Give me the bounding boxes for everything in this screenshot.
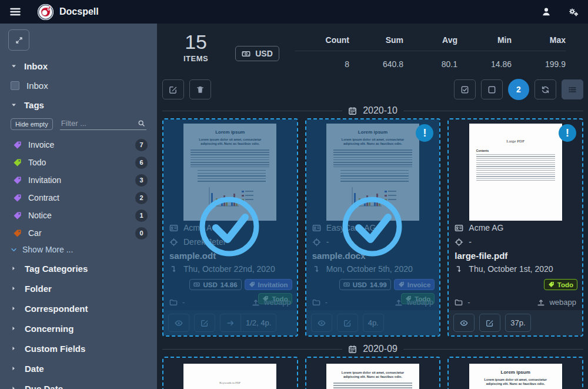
target-icon xyxy=(169,238,178,247)
search-sidebar: Inbox Inbox Tags Hide empty Invoice xyxy=(0,24,157,389)
caret-right-icon xyxy=(11,365,16,371)
folder-value: - xyxy=(325,298,328,307)
sidebar-section-tag-categories[interactable]: Tag Categories xyxy=(0,258,157,278)
tag-icon xyxy=(13,211,22,220)
docspell-app: Docspell Inbox Inbox Tags Hide empty xyxy=(0,0,588,389)
tag-icon xyxy=(13,141,22,149)
select-all-button[interactable] xyxy=(454,79,476,99)
preview-subtitle: Lorem ipsum dolor sit amet, consectetur … xyxy=(476,378,555,387)
tag-item-car[interactable]: Car 0 xyxy=(0,224,157,242)
tag-item-invoice[interactable]: Invoice 7 xyxy=(0,136,157,154)
section-label: Due Date xyxy=(25,384,63,389)
caret-right-icon xyxy=(11,345,16,351)
currency-label: USD xyxy=(255,49,273,58)
section-label: Folder xyxy=(25,284,52,294)
preview-button[interactable] xyxy=(168,314,189,332)
hide-empty-button[interactable]: Hide empty xyxy=(11,118,53,130)
show-more-tags[interactable]: Show More ... xyxy=(0,242,157,258)
arrow-down-icon xyxy=(169,265,178,274)
edit-item-button[interactable] xyxy=(479,314,500,332)
search-icon xyxy=(138,119,145,127)
preview-button[interactable] xyxy=(311,314,332,332)
tag-item-todo[interactable]: Todo 6 xyxy=(0,154,157,171)
tag-badge-todo[interactable]: Todo xyxy=(544,279,577,290)
preview-title: Lorem ipsum xyxy=(333,129,412,135)
menu-icon[interactable] xyxy=(9,6,21,18)
stats-col-max: Max xyxy=(512,35,566,45)
tag-count-badge: 0 xyxy=(135,227,148,240)
item-meta-row: - webapp xyxy=(163,295,297,310)
month-label: 2020-10 xyxy=(363,105,397,116)
tag-badge-invitation[interactable]: Invitation xyxy=(245,279,292,290)
selected-count-badge[interactable]: 2 xyxy=(508,79,529,100)
arrow-right-icon xyxy=(226,319,235,327)
inbox-checkbox-item[interactable]: Inbox xyxy=(0,76,157,95)
item-card-sample-docx[interactable]: Lorem ipsum Lorem ipsum dolor sit amet, … xyxy=(305,118,441,337)
caret-right-icon xyxy=(11,385,16,389)
caret-right-icon xyxy=(11,265,16,271)
list-view-button[interactable] xyxy=(562,79,583,99)
chevron-down-icon xyxy=(11,247,17,253)
item-card-partial-2[interactable]: Lorem ipsum dolor sit amet, consectetur … xyxy=(305,357,441,389)
card-footer: 1/2, 4p. xyxy=(163,310,297,335)
trash-icon xyxy=(196,85,205,94)
sync-icon xyxy=(541,85,550,94)
show-more-label: Show More ... xyxy=(22,245,73,254)
goto-detail-button[interactable] xyxy=(220,314,241,332)
sidebar-section-inbox[interactable]: Inbox xyxy=(0,56,157,76)
deselect-all-button[interactable] xyxy=(481,79,503,99)
correspondent-name: Acme AG xyxy=(469,223,503,232)
target-icon xyxy=(455,238,463,247)
tag-filter-input[interactable] xyxy=(60,117,146,130)
folder-icon xyxy=(312,298,320,307)
due-warning-icon: ! xyxy=(559,124,576,142)
currency-usd-badge[interactable]: USD xyxy=(235,46,279,61)
month-label: 2020-09 xyxy=(363,344,397,354)
sidebar-section-folder[interactable]: Folder xyxy=(0,278,157,298)
settings-gears-icon[interactable] xyxy=(568,6,579,17)
sidebar-section-correspondent[interactable]: Correspondent xyxy=(0,298,157,318)
items-count-block: 15 ITEMS xyxy=(183,32,208,63)
delete-selected-button[interactable] xyxy=(189,79,211,99)
caret-right-icon xyxy=(11,285,16,291)
stats-col-min: Min xyxy=(457,35,512,45)
sidebar-section-due-date[interactable]: Due Date xyxy=(0,378,157,389)
tag-count-badge: 6 xyxy=(135,157,148,169)
card-footer: 37p. xyxy=(449,310,582,335)
inbox-checkbox[interactable] xyxy=(11,81,19,90)
tag-item-invitation[interactable]: Invitation 3 xyxy=(0,171,157,189)
invert-selection-button[interactable] xyxy=(534,79,556,99)
selected-check-icon xyxy=(196,194,262,260)
item-list-main: 15 ITEMS USD Count Sum Avg Min Max xyxy=(157,24,588,389)
tag-icon xyxy=(13,229,22,238)
expand-sidebar-button[interactable] xyxy=(8,29,29,51)
sidebar-section-tags[interactable]: Tags xyxy=(0,95,157,115)
preview-button[interactable] xyxy=(453,314,475,332)
card-footer: 4p. xyxy=(306,310,440,335)
edit-item-button[interactable] xyxy=(337,314,358,332)
tag-item-notice[interactable]: Notice 1 xyxy=(0,207,157,224)
sidebar-section-concerning[interactable]: Concerning xyxy=(0,318,157,338)
edit-item-button[interactable] xyxy=(194,314,215,332)
item-card-partial-3[interactable]: Lorem ipsum Lorem ipsum dolor sit amet, … xyxy=(447,357,583,389)
user-icon[interactable] xyxy=(541,6,552,17)
tag-name: Todo xyxy=(28,158,46,167)
item-card-sample-odt[interactable]: Lorem ipsum Lorem ipsum dolor sit amet, … xyxy=(162,118,298,337)
sidebar-section-date[interactable]: Date xyxy=(0,358,157,378)
tag-name: Notice xyxy=(28,211,52,220)
tag-item-contract[interactable]: Contract 2 xyxy=(0,189,157,207)
tag-name: Invoice xyxy=(28,140,54,149)
tag-filter-row: Hide empty xyxy=(0,115,157,136)
stats-col-sum: Sum xyxy=(349,35,403,45)
docspell-logo-icon xyxy=(38,4,54,20)
tag-badge-invoice[interactable]: Invoice xyxy=(394,279,435,290)
item-card-partial-1[interactable]: Keywords in PDF xyxy=(162,357,298,389)
item-card-large-file-pdf[interactable]: Large PDF Contents Acme AG - xyxy=(447,118,583,337)
item-date-row: Mon, October 5th, 2020 xyxy=(306,262,440,276)
edit-selected-button[interactable] xyxy=(162,79,184,99)
id-card-icon xyxy=(312,224,321,232)
tag-icon xyxy=(13,194,22,202)
stats-col-avg: Avg xyxy=(403,35,457,45)
sidebar-section-custom-fields[interactable]: Custom Fields xyxy=(0,338,157,358)
selected-check-icon xyxy=(339,194,405,260)
